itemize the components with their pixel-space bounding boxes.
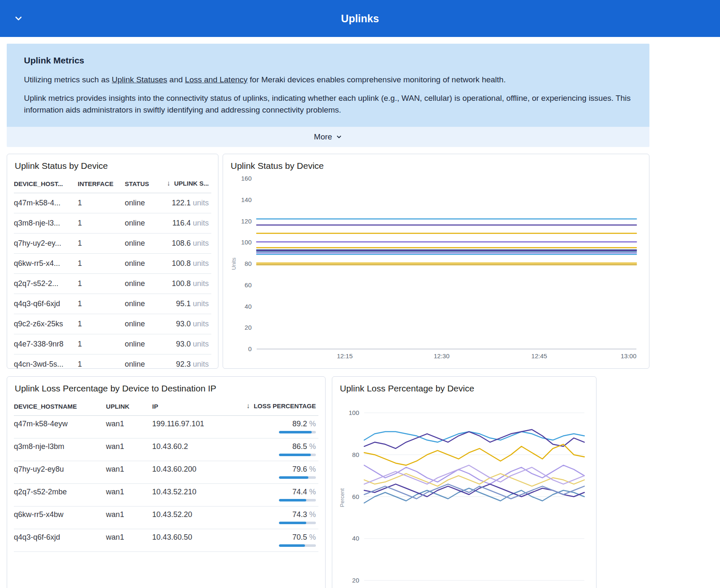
- y-axis-tick-label: 140: [241, 196, 252, 203]
- table-cell: online: [125, 294, 165, 314]
- table-cell: 93.0units: [165, 314, 211, 334]
- panel-title: Uplink Status by Device: [231, 161, 642, 171]
- collapse-section-button[interactable]: [11, 11, 26, 26]
- table-row: q4q3-q6f-6xjdwan110.43.60.5070.5%: [14, 529, 318, 552]
- panel-title: Uplink Loss Percentage by Device to Dest…: [15, 383, 318, 394]
- table-row: q4q3-q6f-6xjd1online95.1units: [14, 294, 211, 314]
- table-header-row: DEVICE_HOSTNAME UPLINK IP ↓LOSS PERCENTA…: [14, 397, 318, 416]
- dashboard-content: Uplink Status by Device DEVICE_HOST... I…: [7, 154, 649, 588]
- table-cell: online: [125, 354, 165, 369]
- table-cell: wan1: [106, 484, 152, 507]
- table-cell: 10.43.60.50: [152, 529, 246, 552]
- table-cell: wan1: [106, 507, 152, 529]
- table-cell: 92.3units: [165, 354, 211, 369]
- table-cell: 10.43.52.210: [152, 484, 246, 507]
- text-segment: and: [167, 75, 185, 84]
- panel-title: Uplink Loss Percentage by Device: [340, 383, 589, 394]
- table-cell: q47m-k58-4eyw: [14, 416, 106, 438]
- table-cell: 122.1units: [165, 193, 211, 213]
- table-cell: 10.43.52.20: [152, 507, 246, 529]
- panel-title: Uplink Status by Device: [15, 161, 211, 171]
- loss-percentage-bar: [279, 476, 316, 479]
- table-cell: q7hy-uy2-ey...: [14, 234, 78, 254]
- table-cell: q9c2-z6x-25ks: [14, 314, 78, 334]
- series-line: [364, 465, 584, 484]
- column-device-hostname[interactable]: DEVICE_HOSTNAME: [14, 397, 106, 416]
- callout-paragraph-2: Uplink metrics provides insights into th…: [24, 92, 633, 116]
- y-axis-tick-label: 60: [244, 281, 252, 289]
- table-cell: 116.4units: [165, 213, 211, 234]
- table-cell: wan1: [106, 438, 152, 461]
- uplink-statuses-link[interactable]: Uplink Statuses: [112, 75, 167, 84]
- table-cell: 10.43.60.200: [152, 461, 246, 484]
- callout-title: Uplink Metrics: [24, 55, 633, 66]
- table-row: q9c2-z6x-25ks1online93.0units: [14, 314, 211, 334]
- table-cell: online: [125, 213, 165, 234]
- table-cell: 86.5%: [246, 438, 318, 461]
- table-cell: online: [125, 314, 165, 334]
- table-cell: 1: [78, 314, 125, 334]
- y-axis-tick-label: 40: [244, 303, 252, 310]
- x-axis-tick-label: 12:45: [531, 352, 547, 360]
- column-device-hostname[interactable]: DEVICE_HOST...: [14, 174, 78, 193]
- table-row: q7hy-uy2-ey8uwan110.43.60.20079.6%: [14, 461, 318, 484]
- chevron-down-icon: [13, 13, 24, 24]
- table-row: q3m8-nje-l3...1online116.4units: [14, 213, 211, 234]
- table-cell: 100.8units: [165, 274, 211, 294]
- uplink-status-line-chart[interactable]: 020406080100120140160Units12:1512:3012:4…: [230, 174, 642, 362]
- callout-paragraph-1: Utilizing metrics such as Uplink Statuse…: [24, 74, 633, 86]
- loss-and-latency-link[interactable]: Loss and Latency: [185, 75, 247, 84]
- more-label: More: [314, 132, 332, 142]
- y-axis-tick-label: 100: [241, 239, 252, 246]
- text-segment: for Meraki devices enables comprehensive…: [247, 75, 506, 84]
- y-axis-tick-label: 120: [241, 218, 252, 225]
- table-cell: online: [125, 254, 165, 274]
- table-row: q6kw-rr5-x4...1online100.8units: [14, 254, 211, 274]
- table-cell: 95.1units: [165, 294, 211, 314]
- table-cell: 1: [78, 294, 125, 314]
- table-body: q47m-k58-4...1online122.1unitsq3m8-nje-l…: [14, 193, 211, 369]
- table-cell: online: [125, 234, 165, 254]
- uplink-loss-line-chart[interactable]: 20406080100Percent: [339, 397, 589, 588]
- table-row: q4cn-3wd-5s...1online92.3units: [14, 354, 211, 369]
- table-cell: 1: [78, 213, 125, 234]
- table-cell: 79.6%: [246, 461, 318, 484]
- table-cell: q4cn-3wd-5s...: [14, 354, 78, 369]
- y-axis-tick-label: 20: [244, 324, 252, 331]
- y-axis-tick-label: 80: [352, 451, 359, 458]
- table-row: q7hy-uy2-ey...1online108.6units: [14, 234, 211, 254]
- table-row: q6kw-rr5-x4bwwan110.43.52.2074.3%: [14, 507, 318, 529]
- loss-percentage-bar: [279, 454, 316, 456]
- column-interface[interactable]: INTERFACE: [78, 174, 125, 193]
- table-cell: 70.5%: [246, 529, 318, 552]
- table-cell: wan1: [106, 416, 152, 438]
- table-cell: 1: [78, 334, 125, 354]
- table-cell: 108.6units: [165, 234, 211, 254]
- loss-percentage-bar: [279, 522, 316, 524]
- table-cell: q3m8-nje-l3...: [14, 213, 78, 234]
- uplink-status-table-panel: Uplink Status by Device DEVICE_HOST... I…: [7, 154, 218, 369]
- table-cell: q6kw-rr5-x4...: [14, 254, 78, 274]
- column-label: LOSS PERCENTAGE: [254, 402, 316, 410]
- table-cell: 1: [78, 193, 125, 213]
- table-cell: q2q7-s52-2...: [14, 274, 78, 294]
- x-axis-tick-label: 12:30: [434, 352, 449, 360]
- app-header: Uplinks: [0, 0, 720, 37]
- table-cell: wan1: [106, 529, 152, 552]
- uplink-status-chart-panel: Uplink Status by Device 0204060801001201…: [223, 154, 649, 369]
- column-loss-percentage[interactable]: ↓LOSS PERCENTAGE: [246, 397, 318, 416]
- more-button[interactable]: More: [7, 127, 649, 147]
- column-uplink[interactable]: UPLINK: [106, 397, 152, 416]
- table-cell: 1: [78, 234, 125, 254]
- table-body: q47m-k58-4eywwan1199.116.97.10189.2%q3m8…: [14, 416, 318, 552]
- table-cell: online: [125, 334, 165, 354]
- column-status[interactable]: STATUS: [125, 174, 165, 193]
- column-uplink-status[interactable]: ↓UPLINK S...: [165, 174, 211, 193]
- table-cell: q4e7-338-9nr8: [14, 334, 78, 354]
- column-ip[interactable]: IP: [152, 397, 246, 416]
- y-axis-title: Units: [231, 257, 237, 270]
- uplink-loss-table-panel: Uplink Loss Percentage by Device to Dest…: [7, 376, 326, 588]
- table-cell: q4q3-q6f-6xjd: [14, 529, 106, 552]
- page-title: Uplinks: [341, 13, 379, 25]
- table-row: q4e7-338-9nr81online93.0units: [14, 334, 211, 354]
